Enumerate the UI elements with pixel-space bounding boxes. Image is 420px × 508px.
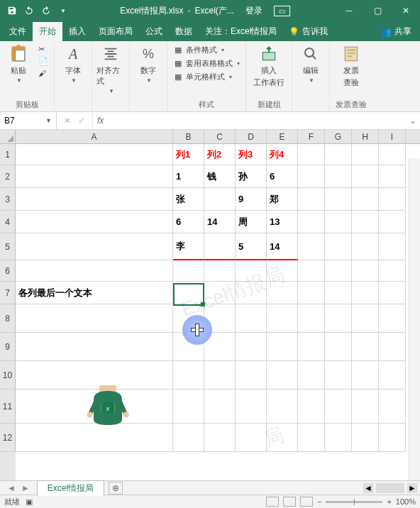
sheet-nav-prev-icon[interactable]: ◄ bbox=[7, 483, 16, 493]
cell[interactable] bbox=[298, 260, 325, 282]
cell[interactable] bbox=[16, 188, 173, 211]
row-header[interactable]: 7 bbox=[0, 282, 16, 304]
cell[interactable] bbox=[173, 260, 204, 282]
cell[interactable] bbox=[325, 211, 352, 233]
cell[interactable] bbox=[379, 188, 406, 211]
cell[interactable] bbox=[204, 361, 236, 390]
cell[interactable] bbox=[236, 390, 267, 424]
cell[interactable] bbox=[16, 211, 173, 233]
cell[interactable] bbox=[325, 144, 352, 165]
cell[interactable] bbox=[379, 361, 406, 390]
cell[interactable] bbox=[298, 233, 325, 260]
cell[interactable] bbox=[379, 165, 406, 188]
col-header[interactable]: C bbox=[204, 130, 236, 143]
cell[interactable] bbox=[173, 390, 204, 424]
row-header[interactable]: 3 bbox=[0, 188, 16, 211]
vertical-scrollbar[interactable] bbox=[409, 158, 420, 480]
cell[interactable] bbox=[298, 333, 325, 361]
cell[interactable] bbox=[173, 333, 204, 361]
cell[interactable] bbox=[352, 333, 379, 361]
cells-area[interactable]: 列1列2列3列4 1钱孙6 张9郑 614周13 李514 各列最后一个文本 E… bbox=[16, 144, 420, 480]
cell[interactable] bbox=[325, 260, 352, 282]
sheet-nav-next-icon[interactable]: ► bbox=[21, 483, 30, 493]
cell[interactable] bbox=[379, 282, 406, 304]
cell[interactable] bbox=[298, 361, 325, 390]
macro-record-icon[interactable]: ▣ bbox=[26, 497, 33, 507]
cell[interactable] bbox=[236, 361, 267, 390]
col-header[interactable]: F bbox=[298, 130, 325, 143]
invoice-check-button[interactable]: 发票 查验 bbox=[334, 44, 368, 88]
cell[interactable]: 列2 bbox=[204, 144, 236, 165]
cell[interactable]: 1 bbox=[173, 165, 204, 188]
cell[interactable] bbox=[16, 260, 173, 282]
cut-button[interactable]: ✂ bbox=[37, 44, 50, 55]
horizontal-scrollbar[interactable]: ◄ ► bbox=[123, 483, 420, 493]
row-header[interactable]: 12 bbox=[0, 424, 16, 452]
maximize-button[interactable]: ▢ bbox=[363, 0, 392, 21]
cell[interactable] bbox=[236, 282, 267, 304]
cell[interactable]: 13 bbox=[267, 211, 298, 233]
view-page-layout-button[interactable] bbox=[283, 497, 296, 507]
view-normal-button[interactable] bbox=[266, 497, 279, 507]
cell[interactable] bbox=[325, 165, 352, 188]
cell[interactable] bbox=[325, 233, 352, 260]
expand-formula-bar-icon[interactable]: ⌄ bbox=[406, 116, 420, 126]
cell[interactable] bbox=[352, 188, 379, 211]
accept-formula-icon[interactable]: ✓ bbox=[78, 116, 85, 126]
tab-attention[interactable]: 关注：Excel情报局 bbox=[199, 22, 283, 41]
cell[interactable] bbox=[236, 304, 267, 333]
cell[interactable]: 14 bbox=[204, 211, 236, 233]
cell[interactable] bbox=[352, 424, 379, 452]
cell[interactable] bbox=[379, 211, 406, 233]
tab-file[interactable]: 文件 bbox=[3, 22, 33, 41]
redo-icon[interactable] bbox=[40, 4, 52, 17]
cell[interactable] bbox=[379, 390, 406, 424]
format-painter-button[interactable]: 🖌 bbox=[37, 68, 50, 78]
cell[interactable] bbox=[325, 333, 352, 361]
row-header[interactable]: 4 bbox=[0, 211, 16, 233]
cell[interactable] bbox=[379, 260, 406, 282]
cell[interactable] bbox=[267, 390, 298, 424]
cell[interactable] bbox=[325, 304, 352, 333]
row-header[interactable]: 10 bbox=[0, 361, 16, 390]
col-header[interactable]: A bbox=[16, 130, 173, 143]
cell[interactable] bbox=[236, 424, 267, 452]
zoom-in-button[interactable]: + bbox=[387, 497, 391, 506]
cell[interactable] bbox=[204, 390, 236, 424]
cell[interactable] bbox=[352, 260, 379, 282]
tell-me[interactable]: 💡 告诉我 bbox=[283, 22, 333, 41]
cell[interactable] bbox=[204, 424, 236, 452]
cell[interactable]: 6 bbox=[267, 165, 298, 188]
save-icon[interactable] bbox=[6, 4, 18, 17]
fx-icon[interactable]: fx bbox=[93, 116, 108, 126]
cell[interactable] bbox=[16, 304, 173, 333]
cell[interactable] bbox=[352, 304, 379, 333]
cell[interactable]: 6 bbox=[173, 211, 204, 233]
cell[interactable] bbox=[267, 424, 298, 452]
col-header[interactable]: I bbox=[379, 130, 406, 143]
tab-insert[interactable]: 插入 bbox=[62, 22, 92, 41]
cell[interactable] bbox=[173, 361, 204, 390]
cell[interactable]: 张 bbox=[173, 188, 204, 211]
row-header[interactable]: 2 bbox=[0, 165, 16, 188]
cell[interactable] bbox=[298, 144, 325, 165]
cell[interactable] bbox=[325, 282, 352, 304]
cell[interactable] bbox=[236, 333, 267, 361]
cell[interactable] bbox=[267, 260, 298, 282]
cell[interactable] bbox=[298, 304, 325, 333]
cell[interactable] bbox=[267, 361, 298, 390]
number-button[interactable]: % 数字 ▼ bbox=[134, 44, 162, 84]
cancel-formula-icon[interactable]: ✕ bbox=[64, 116, 71, 126]
cell[interactable]: 列3 bbox=[236, 144, 267, 165]
table-format-button[interactable]: ▦套用表格格式▾ bbox=[172, 57, 241, 70]
cell[interactable] bbox=[379, 144, 406, 165]
cell[interactable] bbox=[16, 233, 173, 260]
tab-formula[interactable]: 公式 bbox=[139, 22, 169, 41]
cell[interactable] bbox=[379, 424, 406, 452]
cell[interactable]: 孙 bbox=[236, 165, 267, 188]
edit-button[interactable]: 编辑 ▼ bbox=[297, 44, 325, 84]
row-header[interactable]: 8 bbox=[0, 304, 16, 333]
cell[interactable] bbox=[267, 333, 298, 361]
cell[interactable] bbox=[173, 424, 204, 452]
cell[interactable]: 列1 bbox=[173, 144, 204, 165]
